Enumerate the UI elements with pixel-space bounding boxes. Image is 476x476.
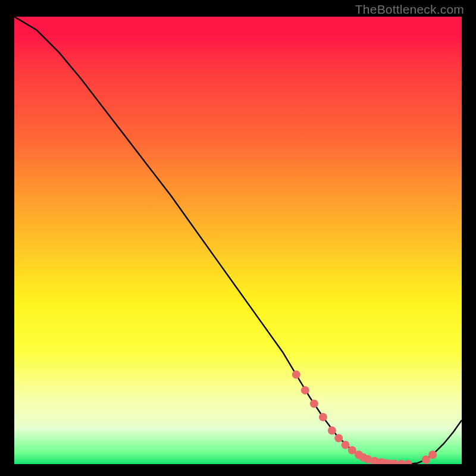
bottleneck-curve	[14, 17, 462, 464]
data-marker	[292, 371, 300, 379]
data-marker	[310, 399, 318, 408]
data-marker	[404, 460, 412, 464]
data-marker	[422, 455, 430, 464]
data-marker	[301, 386, 309, 394]
watermark-text: TheBottleneck.com	[355, 2, 464, 17]
data-markers	[292, 371, 437, 464]
data-marker	[328, 427, 336, 435]
chart-frame: TheBottleneck.com	[0, 0, 476, 476]
data-marker	[319, 413, 327, 421]
data-marker	[428, 450, 437, 459]
data-marker	[341, 441, 349, 449]
plot-area	[14, 17, 462, 464]
data-marker	[334, 434, 343, 442]
curve-group	[14, 17, 462, 464]
chart-svg	[14, 17, 462, 464]
